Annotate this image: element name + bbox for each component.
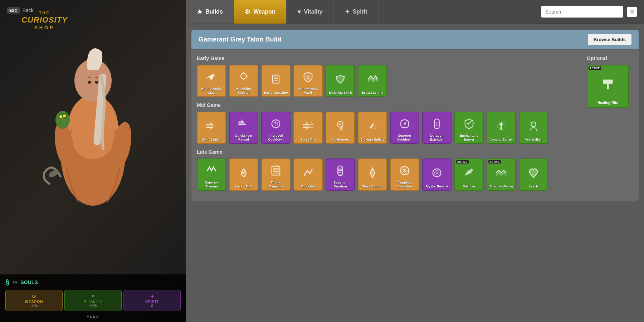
list-item[interactable]: Combat Barrier — [487, 112, 516, 144]
list-item[interactable]: Duration Extender — [422, 112, 452, 144]
esc-button[interactable]: ESC — [7, 7, 20, 14]
list-item[interactable]: Quicksilver Reload — [229, 112, 258, 144]
list-item[interactable]: Headshot Booster — [229, 65, 258, 97]
vitality-stat[interactable]: ♥ VITALITY +0% — [64, 290, 122, 311]
list-item[interactable]: Enduring Spirit — [326, 65, 355, 97]
item-name: High-Velocity Mag — [199, 87, 224, 95]
list-item[interactable]: Superior Cooldown — [390, 112, 419, 144]
back-label[interactable]: Back — [23, 8, 34, 13]
browse-builds-button[interactable]: Browse Builds — [588, 34, 631, 45]
list-item[interactable]: Improved Cooldown — [261, 112, 291, 144]
esc-back-row: ESC Back — [7, 7, 34, 14]
tab-vitality[interactable]: ♥ Vitality — [287, 0, 334, 24]
list-item[interactable]: Crippling Headshot — [390, 158, 419, 191]
weapon-tab-label: Weapon — [253, 9, 275, 15]
spirit-icon: ✦ — [127, 293, 177, 300]
search-box: ✕ — [534, 0, 644, 24]
list-item[interactable]: Leech — [519, 158, 548, 191]
svg-point-17 — [241, 73, 247, 79]
svg-rect-19 — [274, 77, 278, 77]
build-body: Early Game High-Velocity MagHeadshot Boo… — [191, 50, 639, 201]
optional-item[interactable]: ACTIVE Healing Rite — [587, 65, 629, 108]
svg-rect-20 — [274, 78, 278, 79]
list-item[interactable]: Enchanter's Barrier — [454, 112, 484, 144]
item-icon — [237, 114, 250, 134]
tab-builds[interactable]: ★ Builds — [186, 0, 234, 24]
item-icon — [463, 161, 475, 185]
list-item[interactable]: Swift Striker — [197, 112, 226, 144]
item-name: Silencer — [463, 185, 475, 189]
list-item[interactable]: ACTIVESilencer — [454, 158, 484, 191]
optional-panel: Optional ACTIVE Healing Rite — [587, 55, 633, 196]
svg-rect-33 — [273, 170, 279, 171]
svg-point-26 — [341, 127, 343, 130]
svg-point-30 — [215, 170, 216, 172]
souls-label: SOULS — [21, 279, 38, 285]
search-input[interactable] — [541, 6, 623, 18]
item-icon — [366, 67, 379, 91]
list-item[interactable]: ACTIVEShadow Weave — [487, 158, 516, 191]
list-item[interactable]: Hollow Point Ward — [293, 65, 323, 97]
mid-game-grid: Swift StrikerQuicksilver ReloadImproved … — [197, 112, 581, 144]
optional-item-name: Healing Rite — [597, 101, 618, 105]
svg-point-37 — [309, 173, 311, 175]
tab-spirit[interactable]: ✦ Spirit — [334, 0, 379, 24]
list-item[interactable]: High-Velocity Mag — [197, 65, 226, 97]
svg-point-41 — [436, 171, 438, 174]
mid-game-section: Mid Game Swift StrikerQuicksilver Reload… — [197, 102, 581, 144]
item-name: Swift Striker — [202, 138, 221, 142]
item-icon — [302, 67, 314, 87]
item-icon — [495, 161, 508, 185]
top-nav: ★ Builds ⚙ Weapon ♥ Vitality ✦ Spirit ✕ — [186, 0, 644, 24]
vitality-tab-icon: ♥ — [297, 8, 301, 16]
builds-tab-label: Builds — [205, 9, 223, 15]
optional-label: Optional — [587, 55, 633, 61]
list-item[interactable]: Mystic Reverb — [422, 158, 452, 191]
search-clear-button[interactable]: ✕ — [627, 7, 637, 17]
tab-weapon[interactable]: ⚙ Weapon — [234, 0, 287, 24]
item-icon — [205, 161, 218, 181]
svg-rect-35 — [273, 173, 279, 174]
item-icon — [237, 161, 250, 185]
list-item[interactable]: Slowing Bullets — [358, 112, 387, 144]
list-item[interactable]: Lucky Shot — [229, 158, 258, 191]
list-item[interactable]: Superior Stamina — [197, 158, 226, 191]
list-item[interactable]: Veil Walker — [519, 112, 548, 144]
item-icon — [334, 161, 347, 181]
item-icon — [527, 114, 540, 138]
list-item[interactable]: Basic Magazine — [261, 65, 291, 97]
item-name: Enchanter's Barrier — [457, 134, 482, 142]
item-name: Shadow Weave — [489, 185, 513, 189]
vitality-tab-label: Vitality — [304, 9, 323, 15]
list-item[interactable]: Headhunter — [326, 112, 355, 144]
svg-point-6 — [88, 81, 91, 84]
mid-game-label: Mid Game — [197, 102, 581, 108]
item-name: Leech — [529, 185, 538, 189]
builds-star-icon: ★ — [197, 8, 203, 16]
item-icon — [366, 114, 379, 138]
weapon-value: +0% — [9, 304, 59, 308]
spirit-stat[interactable]: ✦ SPIRIT 0 — [123, 290, 181, 311]
early-game-section: Early Game High-Velocity MagHeadshot Boo… — [197, 55, 581, 97]
list-item[interactable]: Superior Duration — [326, 158, 355, 191]
item-name: Extra Stamina — [362, 91, 383, 95]
item-icon — [205, 67, 218, 87]
list-item[interactable]: Titanic Magazine — [261, 158, 291, 191]
active-badge: ACTIVE — [456, 160, 469, 164]
item-icon — [205, 114, 218, 138]
list-item[interactable]: Burst Fire — [293, 112, 323, 144]
item-icon — [495, 114, 508, 138]
item-icon — [334, 114, 347, 138]
build-main: Early Game High-Velocity MagHeadshot Boo… — [197, 55, 581, 196]
optional-item-icon — [600, 68, 616, 101]
item-name: Combat Barrier — [489, 138, 513, 142]
weapon-stat[interactable]: ⚙ WEAPON +0% — [5, 290, 63, 311]
list-item[interactable]: Extra Stamina — [358, 65, 387, 97]
svg-rect-21 — [274, 80, 278, 80]
svg-rect-31 — [272, 166, 280, 175]
bottom-stats: § ∞ SOULS ⚙ WEAPON +0% ♥ VITALITY +0% ✦ … — [0, 274, 186, 322]
list-item[interactable]: Glass Cannon — [358, 158, 387, 191]
weapon-label: WEAPON — [9, 300, 59, 304]
list-item[interactable]: Ricochet — [293, 158, 323, 191]
vitality-icon: ♥ — [68, 293, 118, 299]
